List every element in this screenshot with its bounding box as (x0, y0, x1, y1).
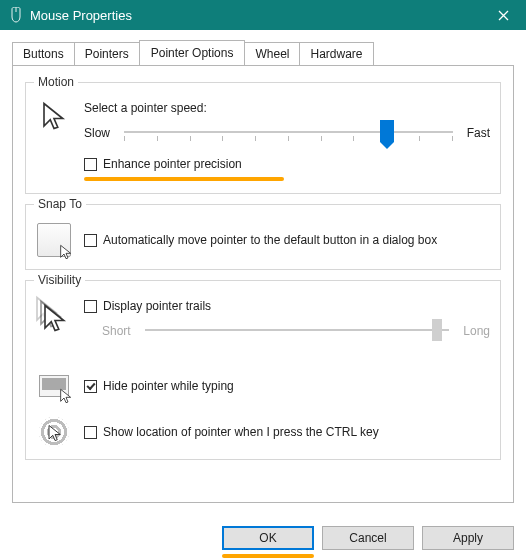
apply-button[interactable]: Apply (422, 526, 514, 550)
fast-label: Fast (467, 126, 490, 140)
tab-buttons[interactable]: Buttons (12, 42, 75, 65)
group-motion-label: Motion (34, 75, 78, 89)
tab-wheel[interactable]: Wheel (244, 42, 300, 65)
pointer-speed-icon (36, 101, 72, 131)
trails-long-label: Long (463, 324, 490, 338)
pointer-speed-slider[interactable] (124, 123, 453, 143)
pointer-trails-checkbox[interactable] (84, 300, 97, 313)
tab-pointer-options[interactable]: Pointer Options (139, 40, 246, 65)
hide-typing-checkbox[interactable] (84, 380, 97, 393)
tab-strip: Buttons Pointers Pointer Options Wheel H… (12, 40, 514, 65)
tab-hardware[interactable]: Hardware (299, 42, 373, 65)
tab-pointers[interactable]: Pointers (74, 42, 140, 65)
close-icon (498, 10, 509, 21)
ctrl-locate-checkbox[interactable] (84, 426, 97, 439)
tab-panel: Motion Select a pointer speed: Slow Fas (12, 65, 514, 503)
group-visibility-label: Visibility (34, 273, 85, 287)
highlight-annotation (84, 177, 284, 181)
group-snap-to: Snap To Automatically move pointer to th… (25, 204, 501, 270)
snap-to-icon (36, 223, 72, 257)
pointer-trails-slider (145, 321, 450, 341)
enhance-precision-label: Enhance pointer precision (103, 157, 242, 171)
window-title: Mouse Properties (30, 8, 481, 23)
pointer-trails-label: Display pointer trails (103, 299, 211, 313)
snap-to-checkbox[interactable] (84, 234, 97, 247)
mouse-icon (8, 7, 24, 23)
trails-short-label: Short (102, 324, 131, 338)
dialog-button-bar: OK Cancel Apply (222, 526, 514, 550)
hide-typing-label: Hide pointer while typing (103, 379, 234, 393)
pointer-speed-label: Select a pointer speed: (84, 101, 490, 115)
group-motion: Motion Select a pointer speed: Slow Fas (25, 82, 501, 194)
ctrl-locate-icon (36, 417, 72, 447)
title-bar: Mouse Properties (0, 0, 526, 30)
snap-to-label: Automatically move pointer to the defaul… (103, 233, 437, 247)
enhance-precision-checkbox[interactable] (84, 158, 97, 171)
ok-highlight-annotation (222, 554, 314, 558)
ok-button[interactable]: OK (222, 526, 314, 550)
ctrl-locate-label: Show location of pointer when I press th… (103, 425, 379, 439)
close-button[interactable] (481, 0, 526, 30)
cancel-button[interactable]: Cancel (322, 526, 414, 550)
slow-label: Slow (84, 126, 110, 140)
group-visibility: Visibility Display pointer trails (25, 280, 501, 460)
group-snap-to-label: Snap To (34, 197, 86, 211)
hide-typing-icon (36, 375, 72, 397)
